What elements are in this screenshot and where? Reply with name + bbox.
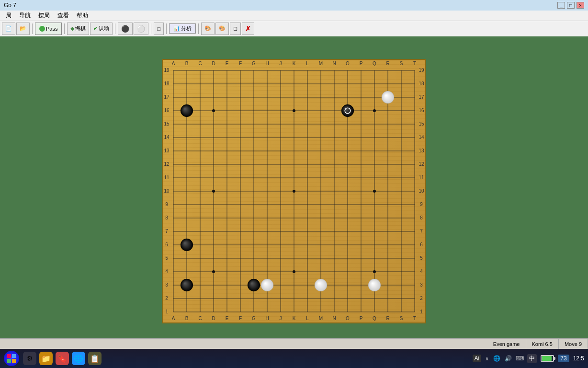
pass-button[interactable]: Pass	[35, 23, 62, 35]
taskbar-icons: ⚙ 📁 🔖 🌐 📋	[23, 352, 102, 365]
lang-label[interactable]: 中	[527, 354, 537, 363]
black-stone-icon: ⚫	[121, 25, 129, 33]
analyze-button[interactable]: 📊 分析	[169, 23, 196, 34]
clock: 12:5	[573, 355, 584, 362]
start-button[interactable]	[4, 351, 19, 366]
svg-rect-1	[12, 354, 16, 358]
input-icon[interactable]: ⌨	[516, 355, 523, 362]
open-icon: 📂	[20, 25, 26, 32]
eraser-icon: ◻	[233, 25, 237, 32]
taskbar-settings[interactable]: ⚙	[23, 352, 36, 365]
color-btn[interactable]: 🎨	[201, 23, 215, 35]
delete-icon: ✗	[245, 25, 251, 33]
color2-icon: 🎨	[219, 25, 226, 32]
status-bar: Even game Komi 6.5 Move 9	[0, 338, 588, 349]
maximize-button[interactable]: □	[567, 2, 575, 9]
sep4	[151, 23, 151, 34]
sep6	[198, 23, 199, 34]
svg-rect-3	[12, 359, 16, 363]
eraser-btn[interactable]: ◻	[230, 23, 241, 35]
menu-daohang[interactable]: 导航	[15, 11, 34, 21]
svg-rect-2	[7, 359, 11, 363]
open-button[interactable]: 📂	[16, 23, 30, 35]
window-controls[interactable]: _ □ ×	[557, 2, 584, 9]
taskbar-bookmark[interactable]: 🔖	[56, 352, 69, 365]
sep1	[32, 23, 33, 34]
taskbar-edge[interactable]: 🌐	[72, 352, 85, 365]
rect-btn[interactable]: □	[154, 23, 164, 35]
svg-rect-0	[7, 354, 11, 358]
sep2	[64, 23, 65, 34]
color-icon: 🎨	[204, 25, 211, 32]
even-game-label: Even game	[487, 339, 526, 349]
toolbar: 📄 📂 Pass ◆ 悔棋 ✔ 认输 ⚫ ⚪ □ 📊 分析 🎨 🎨 ◻ ✗	[0, 21, 588, 36]
menu-bangzhu[interactable]: 帮助	[73, 11, 92, 21]
color2-btn[interactable]: 🎨	[215, 23, 229, 35]
black-stone-btn[interactable]: ⚫	[118, 23, 133, 35]
new-button[interactable]: 📄	[2, 23, 15, 35]
sep5	[166, 23, 167, 34]
white-stone-btn[interactable]: ⚪	[134, 23, 148, 35]
taskbar: ⚙ 📁 🔖 🌐 📋 Ai ∧ 🌐 🔊 ⌨ 中 73 12:5	[0, 349, 588, 368]
delete-btn[interactable]: ✗	[242, 23, 254, 35]
menu-bar: 局 导航 摆局 查看 帮助	[0, 11, 588, 21]
windows-icon	[7, 354, 16, 363]
meiqi-icon: ◆	[70, 25, 74, 32]
new-icon: 📄	[5, 25, 12, 32]
taskbar-tray: Ai ∧ 🌐 🔊 ⌨ 中 73 12:5	[473, 354, 584, 363]
battery-icon	[541, 355, 554, 362]
renshu-icon: ✔	[93, 25, 98, 32]
taskbar-app[interactable]: 📋	[88, 352, 102, 365]
go-board[interactable]	[162, 59, 426, 323]
sound-icon[interactable]: 🔊	[504, 355, 512, 362]
board-area	[0, 37, 588, 345]
battery-group	[541, 355, 554, 362]
arrow-up-icon[interactable]: ∧	[485, 356, 489, 362]
renshu-button[interactable]: ✔ 认输	[90, 23, 113, 35]
pass-green-icon	[39, 26, 45, 32]
ai-label: Ai	[473, 355, 482, 362]
close-button[interactable]: ×	[577, 2, 584, 9]
chart-icon: 📊	[173, 25, 180, 32]
white-stone-icon: ⚪	[137, 25, 145, 33]
taskbar-folder[interactable]: 📁	[39, 352, 53, 365]
window-title: Go 7	[4, 2, 557, 9]
status-spacing	[0, 339, 487, 349]
num-badge: 73	[558, 355, 569, 362]
move-label: Move 9	[559, 339, 588, 349]
minimize-button[interactable]: _	[557, 2, 565, 9]
meiqi-button[interactable]: ◆ 悔棋	[67, 23, 89, 35]
menu-ju[interactable]: 局	[2, 11, 15, 21]
battery-fill	[542, 356, 552, 361]
battery-tip	[554, 357, 555, 360]
sep3	[115, 23, 115, 34]
menu-baiju[interactable]: 摆局	[34, 11, 54, 21]
title-bar: Go 7 _ □ ×	[0, 0, 588, 11]
komi-label: Komi 6.5	[526, 339, 559, 349]
menu-chakan[interactable]: 查看	[54, 11, 73, 21]
network-icon[interactable]: 🌐	[493, 355, 500, 362]
